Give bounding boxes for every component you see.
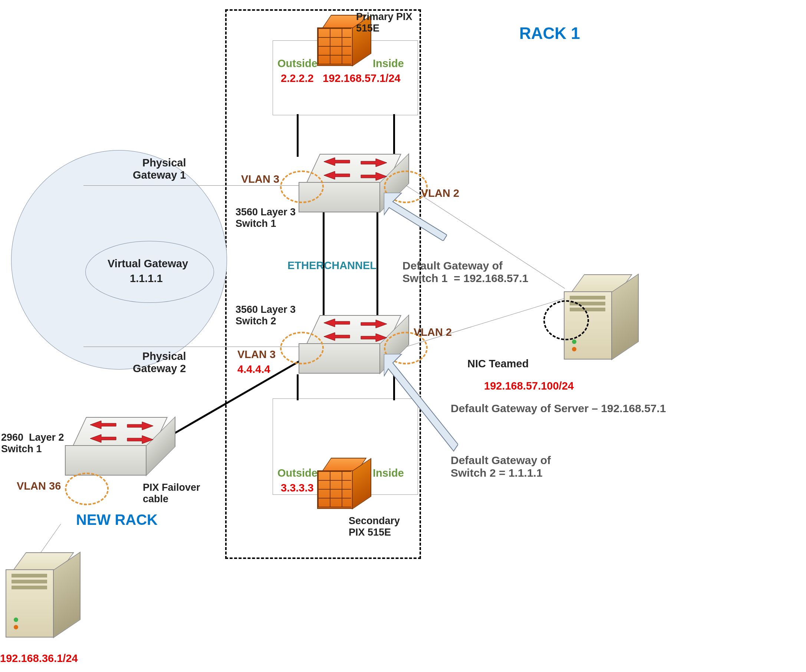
- arrow-to-switch2: [384, 354, 458, 454]
- svg-marker-5: [361, 320, 387, 328]
- arrow-to-switch1: [384, 193, 447, 241]
- primary-pix-outside-ip: 2.2.2.2: [281, 72, 314, 84]
- sw2-vlan3-circle: [280, 332, 324, 364]
- etherchannel-right: [377, 211, 378, 315]
- svg-point-15: [572, 339, 576, 344]
- sw2-name: 3560 Layer 3 Switch 2: [236, 304, 296, 327]
- link-sw1-pix1-inside: [393, 114, 395, 157]
- link-gw2-sw2: [83, 347, 310, 347]
- svg-marker-2: [324, 171, 350, 180]
- virtual-gateway-cloud: [85, 241, 214, 303]
- primary-pix-inside-ip: 192.168.57.1/24: [323, 72, 401, 84]
- virtual-gw-name: Virtual Gateway: [107, 258, 188, 270]
- svg-point-20: [14, 618, 18, 622]
- sw2-vlan3: VLAN 3: [237, 348, 276, 361]
- svg-marker-7: [361, 334, 387, 342]
- svg-marker-1: [361, 159, 387, 167]
- l2-switch-icon: [65, 417, 161, 476]
- secondary-pix-inside-lbl: Inside: [373, 467, 404, 479]
- server-left-ip: 192.168.36.1/24: [0, 652, 78, 665]
- server-right-ip: 192.168.57.100/24: [484, 380, 574, 392]
- svg-marker-23: [384, 354, 458, 451]
- svg-rect-17: [12, 574, 47, 578]
- server-left-icon: [5, 552, 69, 637]
- sw1-vlan2: VLAN 2: [421, 187, 459, 199]
- etherchannel-lbl: ETHERCHANNEL: [287, 259, 377, 272]
- link-gw1-sw1: [83, 185, 310, 186]
- svg-point-16: [572, 347, 576, 351]
- svg-marker-8: [90, 421, 116, 429]
- primary-pix-firewall-icon: [317, 15, 362, 67]
- sw1-gw-text: Default Gateway of Switch 1 = 192.168.57…: [403, 259, 528, 285]
- l2-switch-name: 2960 Layer 2 Switch 1: [1, 432, 64, 455]
- pix-failover-cable-lbl: PIX Failover cable: [143, 482, 200, 505]
- sw1-name: 3560 Layer 3 Switch 1: [236, 206, 296, 229]
- link-sw1-pix1-outside: [297, 114, 299, 157]
- svg-marker-6: [324, 333, 350, 341]
- sw2-vlan2: VLAN 2: [414, 326, 452, 338]
- svg-marker-22: [384, 193, 447, 241]
- nic-teamed-lbl: NIC Teamed: [467, 358, 529, 370]
- primary-pix-name: Primary PIX 515E: [356, 11, 413, 34]
- nic-teamed-circle: [543, 300, 589, 340]
- phys-gw2: Physical Gateway 2: [133, 350, 186, 375]
- svg-rect-18: [12, 580, 47, 583]
- network-diagram: RACK 1 NEW RACK Primary PIX 515E Outside…: [0, 0, 806, 672]
- svg-marker-10: [90, 435, 116, 443]
- sw1-vlan3-circle: [280, 171, 324, 203]
- secondary-pix-name: Secondary PIX 515E: [348, 515, 400, 538]
- l2-vlan36-circle: [65, 473, 109, 505]
- svg-marker-3: [361, 172, 387, 181]
- secondary-pix-outside-lbl: Outside: [277, 467, 317, 479]
- rack1-title: RACK 1: [519, 24, 580, 43]
- svg-rect-12: [570, 296, 605, 300]
- l2-vlan36: VLAN 36: [17, 480, 61, 492]
- secondary-pix-firewall-icon: [317, 458, 362, 510]
- server-right-gw: Default Gateway of Server – 192.168.57.1: [451, 402, 666, 415]
- svg-marker-4: [324, 319, 350, 327]
- svg-marker-11: [127, 435, 153, 444]
- sw2-gw-text: Default Gateway of Switch 2 = 1.1.1.1: [451, 454, 551, 479]
- primary-pix-outside-lbl: Outside: [277, 58, 317, 70]
- svg-point-21: [14, 625, 18, 629]
- secondary-pix-outside-ip: 3.3.3.3: [281, 482, 314, 494]
- sw1-vlan3: VLAN 3: [241, 173, 279, 185]
- link-sw2-pix2-outside: [297, 374, 299, 400]
- phys-gw1: Physical Gateway 1: [133, 157, 186, 181]
- svg-marker-9: [127, 422, 153, 430]
- virtual-gw-ip: 1.1.1.1: [130, 272, 163, 285]
- primary-pix-inside-lbl: Inside: [373, 58, 404, 70]
- svg-rect-19: [12, 586, 47, 590]
- new-rack-title: NEW RACK: [76, 512, 158, 528]
- sw2-vlan3-ip: 4.4.4.4: [237, 363, 271, 376]
- svg-marker-0: [324, 158, 350, 166]
